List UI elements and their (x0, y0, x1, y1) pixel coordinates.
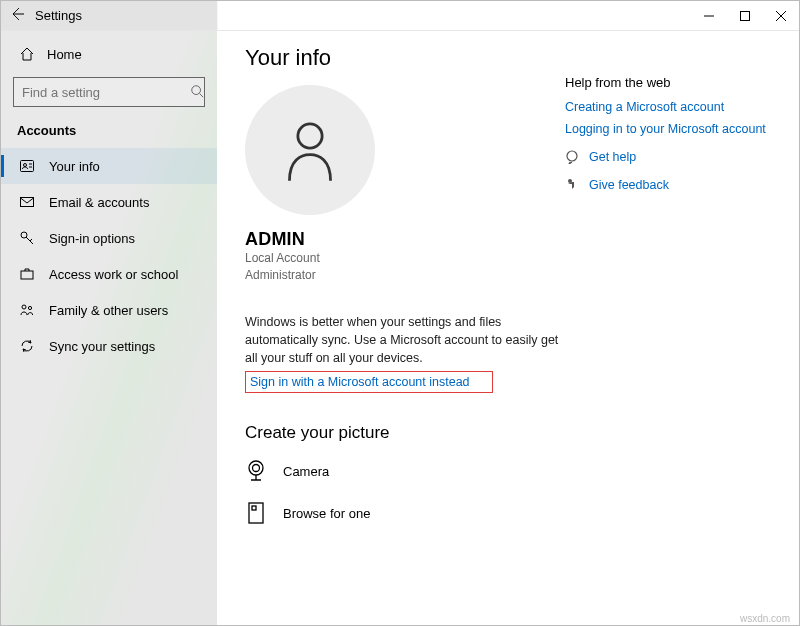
browse-icon (245, 501, 267, 525)
watermark: wsxdn.com (740, 613, 790, 624)
picture-heading: Create your picture (245, 423, 561, 443)
sidebar-item-label: Family & other users (49, 303, 168, 318)
signin-microsoft-link[interactable]: Sign in with a Microsoft account instead (245, 371, 493, 393)
maximize-button[interactable] (727, 1, 763, 31)
camera-label: Camera (283, 464, 329, 479)
search-input[interactable] (13, 77, 205, 107)
close-button[interactable] (763, 1, 799, 31)
svg-point-17 (253, 465, 260, 472)
key-icon (19, 230, 35, 246)
sidebar-item-label: Email & accounts (49, 195, 149, 210)
sidebar-item-your-info[interactable]: Your info (1, 148, 217, 184)
home-nav[interactable]: Home (1, 37, 217, 71)
feedback-icon (565, 178, 579, 192)
give-feedback-link[interactable]: Give feedback (565, 178, 771, 192)
sidebar-item-label: Sign-in options (49, 231, 135, 246)
sidebar-item-email-accounts[interactable]: Email & accounts (1, 184, 217, 220)
svg-rect-19 (252, 506, 256, 510)
briefcase-icon (19, 266, 35, 282)
minimize-button[interactable] (691, 1, 727, 31)
svg-point-16 (249, 461, 263, 475)
search-icon (190, 84, 204, 101)
browse-option[interactable]: Browse for one (245, 501, 561, 525)
svg-rect-12 (21, 271, 33, 279)
browse-label: Browse for one (283, 506, 370, 521)
username: ADMIN (245, 229, 561, 250)
svg-line-5 (200, 93, 204, 97)
svg-point-7 (24, 164, 27, 167)
sidebar-item-access-work-school[interactable]: Access work or school (1, 256, 217, 292)
sidebar-item-label: Sync your settings (49, 339, 155, 354)
help-icon (565, 150, 579, 164)
svg-rect-6 (21, 161, 34, 172)
back-icon[interactable] (9, 6, 25, 25)
account-type: Local Account (245, 250, 561, 267)
svg-rect-1 (741, 11, 750, 20)
svg-rect-10 (21, 198, 34, 207)
sidebar-item-sync-settings[interactable]: Sync your settings (1, 328, 217, 364)
window-title: Settings (35, 8, 82, 23)
get-help-link[interactable]: Get help (565, 150, 771, 164)
svg-point-15 (298, 124, 322, 148)
svg-point-13 (22, 305, 26, 309)
help-title: Help from the web (565, 75, 771, 90)
sidebar-item-label: Your info (49, 159, 100, 174)
home-label: Home (47, 47, 82, 62)
account-role: Administrator (245, 267, 561, 284)
svg-point-14 (28, 306, 31, 309)
person-badge-icon (19, 158, 35, 174)
page-title: Your info (245, 45, 561, 71)
camera-icon (245, 459, 267, 483)
avatar (245, 85, 375, 215)
feedback-label: Give feedback (589, 178, 669, 192)
sidebar-item-signin-options[interactable]: Sign-in options (1, 220, 217, 256)
help-link-create-account[interactable]: Creating a Microsoft account (565, 100, 771, 114)
camera-option[interactable]: Camera (245, 459, 561, 483)
people-icon (19, 302, 35, 318)
svg-point-4 (192, 85, 201, 94)
sync-note: Windows is better when your settings and… (245, 313, 561, 367)
section-label: Accounts (1, 117, 217, 148)
sidebar-item-family-users[interactable]: Family & other users (1, 292, 217, 328)
sync-icon (19, 338, 35, 354)
svg-point-20 (567, 151, 577, 161)
mail-icon (19, 194, 35, 210)
search-field[interactable] (22, 85, 190, 100)
sidebar-item-label: Access work or school (49, 267, 178, 282)
help-link-login-account[interactable]: Logging in to your Microsoft account (565, 122, 771, 136)
home-icon (19, 46, 35, 62)
get-help-label: Get help (589, 150, 636, 164)
